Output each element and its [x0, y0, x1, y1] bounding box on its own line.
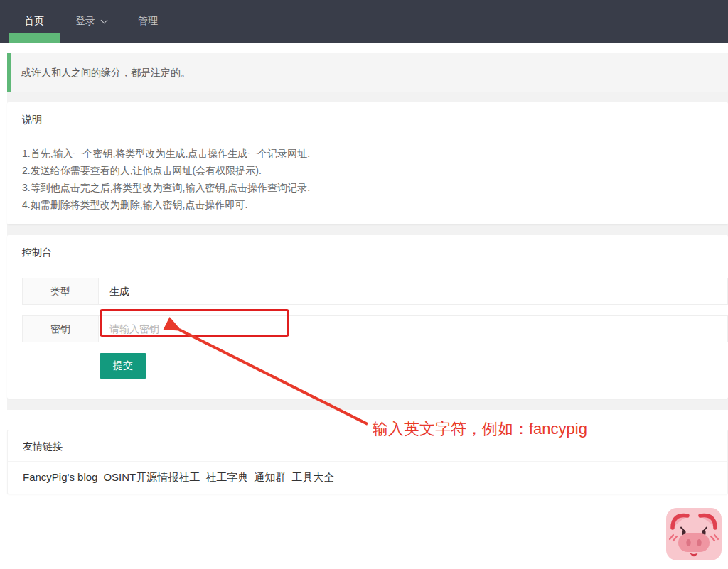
key-label: 密钥 [22, 315, 99, 342]
console-card: 控制台 类型 生成 密钥 提交 [7, 235, 728, 399]
nav-item-login[interactable]: 登录 [60, 0, 122, 43]
friend-links-row: FancyPig's blog OSINT开源情报社工 社工字典 通知群 工具大… [23, 471, 712, 484]
quote-banner: 或许人和人之间的缘分，都是注定的。 [7, 53, 728, 92]
instruction-step: 3.等到他点击完之后,将类型改为查询,输入密钥,点击操作查询记录. [22, 179, 713, 196]
nav-item-admin-label: 管理 [138, 15, 158, 28]
type-label: 类型 [22, 278, 99, 305]
instruction-step: 4.如需删除将类型改为删除,输入密钥,点击操作即可. [22, 196, 713, 213]
nav-item-home[interactable]: 首页 [9, 0, 60, 43]
active-tab-indicator [9, 33, 60, 43]
quote-text: 或许人和人之间的缘分，都是注定的。 [21, 67, 191, 78]
nav-item-home-label: 首页 [24, 15, 44, 28]
friend-links-body: FancyPig's blog OSINT开源情报社工 社工字典 通知群 工具大… [8, 462, 727, 494]
key-form-row: 密钥 [22, 315, 728, 342]
link-social-dict[interactable]: 社工字典 [205, 471, 248, 484]
nav-item-login-label: 登录 [75, 15, 95, 28]
type-select[interactable]: 生成 [99, 278, 728, 305]
instructions-card: 说明 1.首先,输入一个密钥,将类型改为生成,点击操作生成一个记录网址. 2.发… [7, 102, 728, 224]
console-form: 类型 生成 密钥 提交 [7, 269, 728, 399]
link-osint[interactable]: OSINT开源情报社工 [103, 471, 200, 484]
type-form-row: 类型 生成 [22, 278, 728, 305]
instructions-card-title: 说明 [7, 102, 728, 136]
pig-mascot-icon [666, 508, 722, 560]
key-input[interactable] [99, 315, 728, 342]
instructions-steps: 1.首先,输入一个密钥,将类型改为生成,点击操作生成一个记录网址. 2.发送给你… [7, 136, 728, 224]
nav-item-admin[interactable]: 管理 [122, 0, 173, 43]
top-navbar: 首页 登录 管理 [0, 0, 728, 43]
link-tools[interactable]: 工具大全 [291, 471, 334, 484]
console-card-title: 控制台 [7, 235, 728, 269]
friend-links-title: 友情链接 [8, 430, 727, 462]
link-fancypig-blog[interactable]: FancyPig's blog [23, 471, 97, 484]
link-notify-group[interactable]: 通知群 [254, 471, 286, 484]
chevron-down-icon [101, 16, 108, 23]
friend-links-card: 友情链接 FancyPig's blog OSINT开源情报社工 社工字典 通知… [7, 430, 728, 494]
instruction-step: 2.发送给你需要查看的人,让他点击网址(会有权限提示). [22, 162, 713, 179]
instruction-step: 1.首先,输入一个密钥,将类型改为生成,点击操作生成一个记录网址. [22, 145, 713, 162]
submit-button[interactable]: 提交 [100, 353, 146, 379]
main-container: 或许人和人之间的缘分，都是注定的。 说明 1.首先,输入一个密钥,将类型改为生成… [7, 53, 728, 410]
